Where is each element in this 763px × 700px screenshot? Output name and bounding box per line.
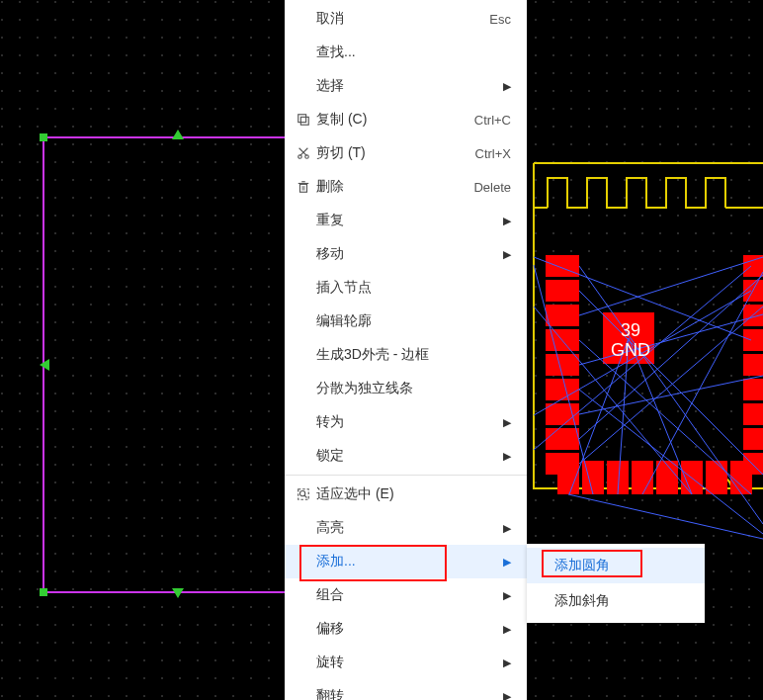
menu-item[interactable]: 删除Delete <box>285 170 527 204</box>
menu-item[interactable]: 转为▶ <box>285 405 527 439</box>
menu-item[interactable]: 偏移▶ <box>285 612 527 646</box>
pin-net: GND <box>611 341 650 361</box>
fit-icon <box>293 487 314 501</box>
svg-rect-30 <box>632 461 653 494</box>
menu-item[interactable]: 锁定▶ <box>285 439 527 473</box>
menu-item-label: 选择 <box>314 77 501 95</box>
submenu-arrow-icon: ▶ <box>501 80 511 93</box>
svg-rect-14 <box>546 379 579 400</box>
svg-rect-33 <box>706 461 727 494</box>
submenu-arrow-icon: ▶ <box>501 623 511 636</box>
submenu-arrow-icon: ▶ <box>501 589 511 602</box>
submenu-arrow-icon: ▶ <box>501 450 511 463</box>
menu-item[interactable]: 选择▶ <box>285 69 527 103</box>
menu-item-label: 复制 (C) <box>314 111 474 129</box>
menu-item-shortcut: Esc <box>489 12 511 27</box>
svg-rect-1 <box>40 133 47 141</box>
menu-item[interactable]: 添加...▶ <box>285 545 527 578</box>
submenu-arrow-icon: ▶ <box>501 215 511 227</box>
menu-item-label: 偏移 <box>314 620 501 638</box>
menu-item[interactable]: 插入节点 <box>285 271 527 305</box>
svg-rect-34 <box>730 461 752 494</box>
svg-rect-16 <box>546 428 579 450</box>
submenu-arrow-icon: ▶ <box>501 522 511 535</box>
menu-item[interactable]: 生成3D外壳 - 边框 <box>285 338 527 372</box>
menu-item[interactable]: 旋转▶ <box>285 646 527 679</box>
menu-item-label: 生成3D外壳 - 边框 <box>314 346 511 364</box>
svg-rect-13 <box>546 354 579 376</box>
menu-item[interactable]: 剪切 (T)Ctrl+X <box>285 136 527 170</box>
menu-item-label: 翻转 <box>314 687 501 700</box>
menu-item[interactable]: 组合▶ <box>285 578 527 612</box>
pin-label: 39 GND <box>611 321 650 361</box>
menu-item-label: 插入节点 <box>314 279 511 297</box>
copy-icon <box>293 113 314 127</box>
svg-rect-56 <box>300 117 308 125</box>
menu-item-label: 剪切 (T) <box>314 144 475 162</box>
menu-item[interactable]: 移动▶ <box>285 237 527 271</box>
delete-icon <box>293 180 314 194</box>
svg-rect-24 <box>743 403 763 425</box>
menu-item[interactable]: 高亮▶ <box>285 511 527 545</box>
menu-item-label: 删除 <box>314 178 473 196</box>
pin-number: 39 <box>611 321 650 341</box>
svg-rect-11 <box>546 305 579 326</box>
menu-item[interactable]: 复制 (C)Ctrl+C <box>285 103 527 136</box>
submenu-item[interactable]: 添加斜角 <box>527 583 705 619</box>
menu-item-label: 移动 <box>314 245 501 263</box>
menu-item-label: 重复 <box>314 212 501 229</box>
menu-item-label: 锁定 <box>314 447 501 465</box>
svg-rect-9 <box>546 255 579 277</box>
submenu-arrow-icon: ▶ <box>501 656 511 669</box>
menu-item-shortcut: Ctrl+C <box>474 113 511 128</box>
svg-rect-10 <box>546 280 579 302</box>
menu-item[interactable]: 适应选中 (E) <box>285 478 527 511</box>
cut-icon <box>293 146 314 160</box>
submenu-arrow-icon: ▶ <box>501 556 511 569</box>
submenu-item-label: 添加圆角 <box>554 557 610 574</box>
svg-rect-31 <box>656 461 678 494</box>
menu-item-label: 查找... <box>314 44 511 61</box>
menu-separator <box>285 475 527 476</box>
svg-rect-61 <box>300 184 307 192</box>
svg-rect-23 <box>743 379 763 400</box>
menu-item[interactable]: 重复▶ <box>285 204 527 237</box>
submenu-item[interactable]: 添加圆角 <box>527 548 705 583</box>
menu-item[interactable]: 取消Esc <box>285 2 527 36</box>
menu-item[interactable]: 编辑轮廓 <box>285 305 527 338</box>
menu-item[interactable]: 查找... <box>285 36 527 69</box>
menu-item-shortcut: Delete <box>473 180 511 195</box>
menu-item-label: 添加... <box>314 553 501 570</box>
svg-rect-22 <box>743 354 763 376</box>
menu-item-label: 分散为独立线条 <box>314 380 511 397</box>
svg-rect-25 <box>743 428 763 450</box>
submenu-item-label: 添加斜角 <box>554 592 610 610</box>
menu-item-label: 高亮 <box>314 519 501 537</box>
submenu-arrow-icon: ▶ <box>501 690 511 701</box>
menu-item-shortcut: Ctrl+X <box>475 146 511 161</box>
menu-item-label: 组合 <box>314 586 501 604</box>
menu-item[interactable]: 分散为独立线条 <box>285 372 527 405</box>
menu-item-label: 适应选中 (E) <box>314 485 511 503</box>
svg-rect-55 <box>298 115 306 123</box>
submenu-add[interactable]: 添加圆角添加斜角 <box>527 544 705 623</box>
menu-item-label: 取消 <box>314 10 489 28</box>
submenu-arrow-icon: ▶ <box>501 248 511 261</box>
svg-rect-3 <box>40 588 47 596</box>
svg-line-68 <box>304 495 307 498</box>
menu-item[interactable]: 翻转▶ <box>285 679 527 700</box>
submenu-arrow-icon: ▶ <box>501 416 511 429</box>
menu-item-label: 转为 <box>314 413 501 431</box>
menu-item-label: 旋转 <box>314 654 501 671</box>
menu-item-label: 编辑轮廓 <box>314 312 511 330</box>
svg-rect-21 <box>743 329 763 351</box>
context-menu[interactable]: 取消Esc查找...选择▶复制 (C)Ctrl+C剪切 (T)Ctrl+X删除D… <box>285 0 527 700</box>
